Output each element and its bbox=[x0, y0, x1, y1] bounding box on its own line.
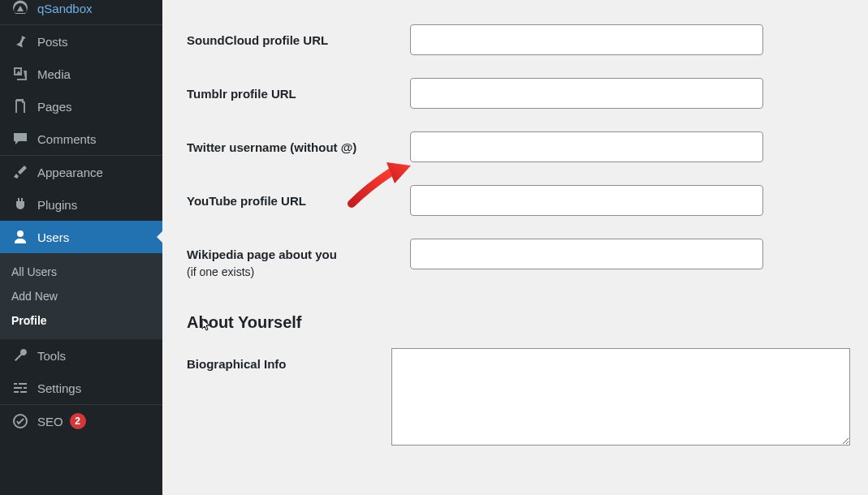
input-tumblr[interactable] bbox=[410, 78, 763, 109]
plug-icon bbox=[11, 196, 29, 213]
row-twitter: Twitter username (without @) bbox=[180, 120, 850, 174]
user-icon bbox=[11, 229, 29, 245]
sidebar-item-label: Tools bbox=[37, 349, 66, 363]
submenu-profile[interactable]: Profile bbox=[0, 308, 162, 333]
gauge-icon bbox=[11, 0, 29, 16]
label-soundcloud: SoundCloud profile URL bbox=[187, 24, 410, 49]
textarea-bio[interactable] bbox=[391, 348, 850, 446]
admin-sidebar: qSandbox Posts Media Pages Comments Appe… bbox=[0, 0, 162, 495]
submenu-add-new[interactable]: Add New bbox=[0, 284, 162, 308]
section-about-yourself: About Yourself bbox=[180, 291, 850, 337]
sidebar-item-label: Plugins bbox=[37, 198, 77, 212]
brush-icon bbox=[11, 164, 29, 180]
wrench-icon bbox=[11, 347, 29, 364]
input-wikipedia[interactable] bbox=[410, 239, 763, 269]
sidebar-item-comments[interactable]: Comments bbox=[0, 123, 162, 156]
sidebar-item-media[interactable]: Media bbox=[0, 58, 162, 90]
sidebar-item-label: Media bbox=[37, 67, 71, 81]
media-icon bbox=[11, 66, 29, 82]
sidebar-item-qsandbox[interactable]: qSandbox bbox=[0, 0, 162, 24]
sidebar-item-appearance[interactable]: Appearance bbox=[0, 156, 162, 188]
row-tumblr: Tumblr profile URL bbox=[180, 67, 850, 120]
sidebar-item-label: Pages bbox=[37, 100, 72, 114]
comment-icon bbox=[11, 131, 29, 147]
sidebar-item-label: Comments bbox=[37, 132, 97, 146]
seo-badge: 2 bbox=[70, 413, 86, 429]
sidebar-item-label: SEO bbox=[37, 415, 63, 428]
row-bio: Biographical Info bbox=[180, 337, 850, 460]
sidebar-item-pages[interactable]: Pages bbox=[0, 90, 162, 123]
sidebar-item-users[interactable]: Users bbox=[0, 221, 162, 253]
label-bio: Biographical Info bbox=[187, 348, 391, 372]
sidebar-item-label: Posts bbox=[37, 35, 68, 49]
input-soundcloud[interactable] bbox=[410, 24, 763, 55]
sliders-icon bbox=[11, 380, 29, 396]
label-tumblr: Tumblr profile URL bbox=[187, 78, 410, 102]
label-youtube: YouTube profile URL bbox=[187, 185, 410, 209]
sidebar-item-label: Settings bbox=[37, 381, 81, 395]
sidebar-item-seo[interactable]: SEO 2 bbox=[0, 405, 162, 437]
row-soundcloud: SoundCloud profile URL bbox=[180, 0, 850, 67]
sidebar-item-label: qSandbox bbox=[37, 2, 93, 15]
sidebar-item-posts[interactable]: Posts bbox=[0, 24, 162, 58]
sidebar-submenu: All Users Add New Profile bbox=[0, 253, 162, 339]
pages-icon bbox=[11, 98, 29, 114]
label-wikipedia: Wikipedia page about you (if one exists) bbox=[187, 239, 410, 279]
row-wikipedia: Wikipedia page about you (if one exists) bbox=[180, 227, 850, 291]
hint-wikipedia: (if one exists) bbox=[187, 265, 410, 279]
row-youtube: YouTube profile URL bbox=[180, 174, 850, 227]
submenu-all-users[interactable]: All Users bbox=[0, 260, 162, 284]
label-twitter: Twitter username (without @) bbox=[187, 131, 410, 156]
input-twitter[interactable] bbox=[410, 131, 763, 162]
sidebar-item-label: Appearance bbox=[37, 166, 103, 179]
pin-icon bbox=[11, 33, 29, 50]
sidebar-item-label: Users bbox=[37, 230, 69, 244]
sidebar-item-plugins[interactable]: Plugins bbox=[0, 188, 162, 221]
sidebar-item-settings[interactable]: Settings bbox=[0, 372, 162, 405]
seo-icon bbox=[11, 413, 29, 429]
main-content: SoundCloud profile URL Tumblr profile UR… bbox=[162, 0, 868, 495]
input-youtube[interactable] bbox=[410, 185, 763, 216]
sidebar-item-tools[interactable]: Tools bbox=[0, 339, 162, 372]
